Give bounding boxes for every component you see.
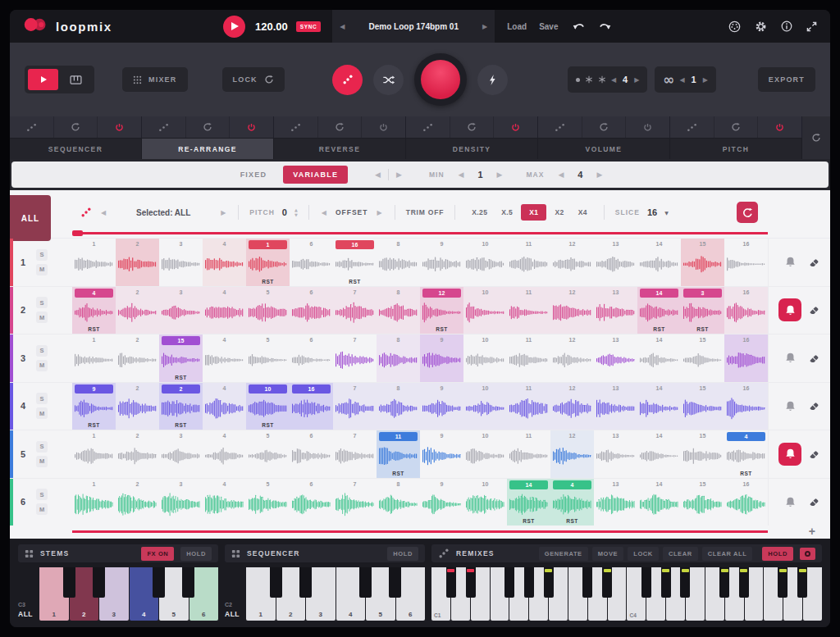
slice-6-14[interactable]: 14 [637, 479, 681, 526]
slice-1-7[interactable]: 16RST [333, 239, 377, 286]
max-increase-button[interactable]: ▶ [589, 171, 609, 179]
piano-key-black[interactable] [544, 567, 554, 598]
slice-1-5[interactable]: 1RST [246, 239, 290, 286]
slice-3-16[interactable]: 16 [724, 334, 768, 382]
slice-4-15[interactable]: 15 [681, 383, 724, 430]
preset-name[interactable]: Demo Loop 174bpm 01 [369, 22, 459, 31]
power-icon[interactable] [626, 116, 669, 138]
slice-3-13[interactable]: 13 [594, 334, 637, 382]
pitch-value[interactable]: 0 [282, 207, 287, 217]
track-bell-button[interactable] [778, 394, 801, 417]
slice-1-4[interactable]: 4 [203, 239, 246, 286]
track-bell-button[interactable] [778, 251, 801, 274]
slice-4-2[interactable]: 2 [116, 383, 159, 430]
slice-4-11[interactable]: 11 [507, 383, 550, 430]
slice-1-13[interactable]: 13 [594, 239, 637, 286]
slice-6-7[interactable]: 7 [333, 479, 377, 526]
slice-5-11[interactable]: 11 [507, 430, 550, 478]
slice-2-15[interactable]: 3RST [681, 287, 724, 334]
play-button[interactable] [223, 16, 245, 38]
piano-key-black[interactable] [582, 567, 592, 598]
track-bell-button[interactable] [778, 490, 801, 513]
mute-button[interactable]: M [36, 456, 48, 467]
mute-button[interactable]: M [36, 360, 48, 371]
mixer-button[interactable]: MIXER [122, 67, 188, 92]
solo-button[interactable]: S [36, 393, 48, 404]
piano-key-black[interactable] [359, 567, 372, 598]
slice-2-11[interactable]: 11 [507, 287, 550, 334]
refresh-icon[interactable] [186, 116, 231, 138]
solo-button[interactable]: S [36, 489, 48, 500]
slice-5-3[interactable]: 3 [159, 430, 203, 478]
min-increase-button[interactable]: ▶ [490, 171, 510, 179]
slice-6-3[interactable]: 3 [159, 479, 203, 526]
slice-3-14[interactable]: 14 [637, 334, 681, 382]
slice-6-13[interactable]: 13 [594, 479, 637, 526]
slice-5-6[interactable]: 6 [290, 430, 333, 478]
slice-6-6[interactable]: 6 [290, 479, 333, 526]
playhead-handle[interactable] [72, 230, 83, 236]
loop-range-line[interactable] [72, 530, 768, 533]
piano-key-black[interactable] [389, 567, 401, 598]
steps-icon[interactable] [274, 116, 318, 138]
piano-key-black[interactable] [602, 567, 612, 598]
slice-4-12[interactable]: 12 [550, 383, 594, 430]
slice-4-4[interactable]: 4 [203, 383, 246, 430]
trim-toggle-button[interactable]: TRIM OFF [406, 208, 445, 216]
slice-1-14[interactable]: 14 [637, 239, 681, 286]
solo-button[interactable]: S [36, 249, 48, 261]
slice-1-8[interactable]: 8 [377, 239, 420, 286]
steps-icon[interactable] [10, 116, 54, 138]
slice-4-8[interactable]: 8 [377, 383, 420, 430]
lock-button[interactable]: LOCK [222, 67, 285, 92]
slice-2-3[interactable]: 3 [159, 287, 203, 334]
track-erase-button[interactable] [809, 400, 820, 412]
piano-key-black[interactable] [299, 567, 312, 598]
slice-3-12[interactable]: 12 [550, 334, 594, 382]
slice-4-10[interactable]: 10 [463, 383, 507, 430]
loop-next-button[interactable]: ▶ [703, 76, 708, 84]
steps-icon[interactable] [406, 116, 450, 138]
slice-4-14[interactable]: 14 [637, 383, 681, 430]
slice-1-3[interactable]: 3 [159, 239, 203, 286]
solo-button[interactable]: S [36, 297, 48, 308]
slice-2-8[interactable]: 8 [377, 287, 420, 334]
speed-x5[interactable]: X.5 [495, 204, 518, 221]
speed-x25[interactable]: X.25 [466, 204, 493, 221]
speed-x2[interactable]: X2 [549, 204, 569, 221]
selected-prev-button[interactable]: ◀ [99, 207, 107, 218]
selected-track-label[interactable]: Selected: ALL [115, 208, 212, 217]
slice-6-12[interactable]: 4RST [550, 479, 594, 526]
mute-button[interactable]: M [36, 264, 48, 275]
slice-5-15[interactable]: 15 [681, 430, 724, 478]
variation-prev-button[interactable]: ◀ [368, 171, 388, 179]
power-icon[interactable] [494, 116, 537, 138]
refresh-icon[interactable] [54, 116, 98, 138]
global-sync-button[interactable] [802, 116, 830, 159]
power-icon[interactable] [230, 116, 273, 138]
remix-generate-button[interactable]: GENERATE [539, 547, 588, 561]
slice-4-1[interactable]: 9RST [72, 383, 116, 430]
track-erase-button[interactable] [809, 304, 820, 316]
slice-5-13[interactable]: 13 [594, 430, 637, 478]
piano-key-black[interactable] [504, 567, 514, 598]
slice-5-10[interactable]: 10 [463, 430, 507, 478]
slice-5-16[interactable]: 4RST [724, 430, 768, 478]
preset-prev-button[interactable]: ◀ [340, 23, 345, 30]
slice-5-2[interactable]: 2 [116, 430, 159, 478]
sequencer-hold-button[interactable]: HOLD [387, 547, 418, 561]
variable-mode-button[interactable]: VARIABLE [283, 166, 348, 184]
slice-3-3[interactable]: 15RST [159, 334, 203, 382]
offset-left-button[interactable]: ◀ [320, 207, 328, 218]
slice-5-1[interactable]: 1 [72, 430, 116, 478]
settings-gear-button[interactable] [755, 20, 767, 33]
slice-3-6[interactable]: 6 [290, 334, 333, 382]
piano-key-black[interactable] [739, 567, 749, 598]
slice-6-1[interactable]: 1 [72, 479, 116, 526]
burst-icon[interactable] [598, 75, 606, 84]
piano-key-black[interactable] [153, 567, 165, 598]
piano-key-black[interactable] [446, 567, 456, 598]
remix-clear-button[interactable]: CLEAR [663, 547, 698, 561]
track-erase-button[interactable] [809, 448, 820, 460]
max-decrease-button[interactable]: ◀ [550, 171, 571, 179]
